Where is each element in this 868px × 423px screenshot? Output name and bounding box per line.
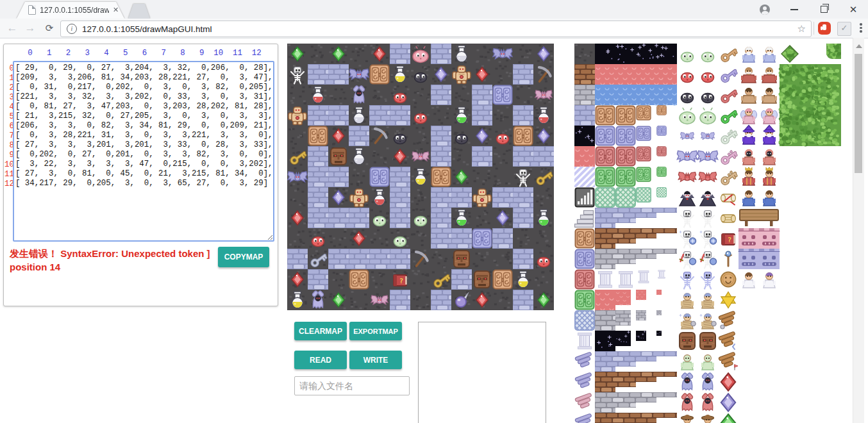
reload-button[interactable]: ⟳ xyxy=(42,21,56,35)
minimize-button[interactable] xyxy=(780,0,809,19)
page-scrollbar[interactable] xyxy=(853,38,864,423)
minimize-icon xyxy=(790,9,798,10)
filename-input[interactable] xyxy=(294,376,410,395)
tileset-palette-canvas[interactable] xyxy=(574,44,841,423)
person-icon xyxy=(760,4,770,15)
matrix-row-headers: 0 1 2 3 4 5 6 7 8 9 10 11 12 xyxy=(4,64,12,189)
clearmap-button[interactable]: CLEARMAP xyxy=(294,322,347,340)
restore-icon xyxy=(821,6,828,13)
copymap-button[interactable]: COPYMAP xyxy=(218,247,269,267)
map-editor-panel: 0 1 2 3 4 5 6 7 8 9 10 11 12 0 1 2 3 4 5… xyxy=(3,44,278,306)
url-text: 127.0.0.1:1055/drawMapGUI.html xyxy=(82,24,212,34)
write-button[interactable]: WRITE xyxy=(349,351,402,369)
export-output-box[interactable] xyxy=(418,322,546,423)
checkbox-extension-icon[interactable]: ✓ xyxy=(837,22,851,36)
profile-button[interactable] xyxy=(750,0,780,19)
read-button[interactable]: READ xyxy=(294,351,347,369)
forward-button[interactable]: → xyxy=(23,21,37,35)
new-tab-button[interactable] xyxy=(128,4,150,19)
matrix-column-headers: 0 1 2 3 4 5 6 7 8 9 10 11 12 xyxy=(13,49,262,58)
map-matrix-textarea[interactable] xyxy=(13,61,274,242)
close-button[interactable]: ✕ xyxy=(839,0,868,19)
map-canvas[interactable] xyxy=(287,44,554,310)
scrollbar-up-arrow-icon[interactable] xyxy=(856,44,862,48)
browser-titlebar: 127.0.0.1:1055/drawMa ✕ ✕ xyxy=(0,0,868,19)
back-button[interactable]: ← xyxy=(5,21,19,35)
tab-title: 127.0.0.1:1055/drawMa xyxy=(40,6,109,15)
browser-menu-button[interactable] xyxy=(859,22,863,35)
page-favicon-icon xyxy=(28,5,36,15)
url-bar[interactable]: i 127.0.0.1:1055/drawMapGUI.html ☆ xyxy=(60,21,812,37)
page-info-icon[interactable]: i xyxy=(67,24,77,34)
adblock-extension-icon[interactable] xyxy=(818,22,831,35)
bookmark-star-icon[interactable]: ☆ xyxy=(797,23,806,35)
restore-button[interactable] xyxy=(809,0,839,19)
close-icon: ✕ xyxy=(849,4,858,14)
exportmap-button[interactable]: EXPORTMAP xyxy=(349,322,402,340)
tab-close-icon[interactable]: ✕ xyxy=(113,6,119,14)
scrollbar-thumb[interactable] xyxy=(855,54,862,173)
browser-tab[interactable]: 127.0.0.1:1055/drawMa ✕ xyxy=(17,2,124,19)
browser-toolbar: ← → ⟳ i 127.0.0.1:1055/drawMapGUI.html ☆… xyxy=(0,19,868,38)
toolbar-divider xyxy=(814,22,814,35)
error-message: 发生错误！ SyntaxError: Unexpected token ] po… xyxy=(10,247,222,274)
